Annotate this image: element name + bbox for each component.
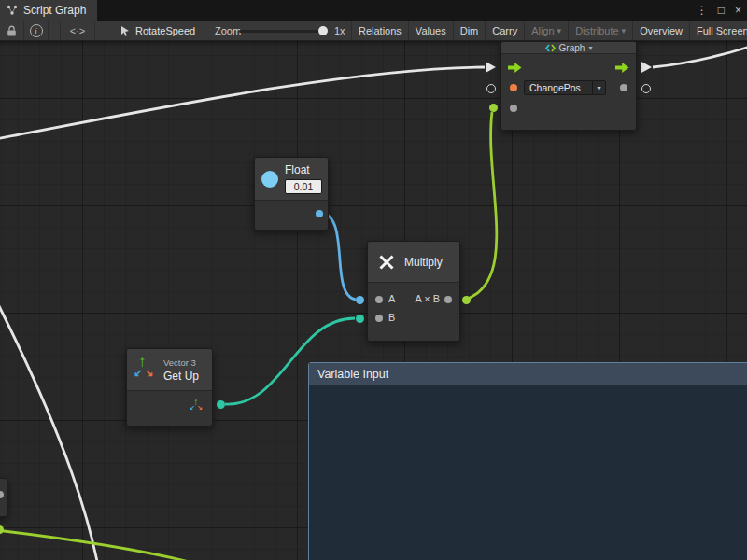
green-wire-endpoint[interactable]: [489, 104, 498, 112]
port-b-label: B: [388, 312, 395, 323]
value-input-port[interactable]: [510, 105, 517, 112]
wire-multiply-to-event: [465, 112, 497, 300]
info-button[interactable]: i: [24, 21, 49, 40]
node-header[interactable]: ↑ ↙ ↘ Vector 3 Get Up: [127, 349, 212, 391]
code-view-button[interactable]: <·>: [60, 21, 95, 40]
align-button[interactable]: Align▾: [524, 21, 568, 40]
close-icon[interactable]: ×: [735, 4, 741, 17]
chevron-down-icon: ▾: [588, 44, 592, 52]
getup-node-title: Get Up: [163, 370, 199, 383]
titlebar: Script Graph ⋮ □ ×: [0, 0, 747, 21]
vector3-port-icon: ↑ ↙ ↘: [190, 399, 204, 413]
chevron-down-icon: ▾: [592, 81, 605, 94]
wire-control-in: [0, 67, 485, 140]
variable-input-panel[interactable]: Variable Input: [308, 362, 747, 560]
value-input-port[interactable]: [510, 84, 517, 91]
node-header[interactable]: Graph ▾: [501, 42, 636, 54]
wire-control-bottom-left: [0, 293, 98, 560]
align-label: Align: [531, 25, 554, 36]
script-graph-icon: [7, 5, 18, 16]
carry-button[interactable]: Carry: [485, 21, 524, 40]
green-wire-endpoint[interactable]: [0, 525, 4, 534]
vector3-icon: ↑ ↙ ↘: [134, 357, 156, 383]
port-result-label: A × B: [415, 293, 440, 304]
zoom-value: 1x: [334, 25, 345, 36]
overview-label: Overview: [640, 25, 683, 36]
port-b[interactable]: [375, 315, 383, 322]
lock-button[interactable]: [0, 21, 24, 40]
node-graph-event[interactable]: Graph ▾ ChangePos ▾: [500, 41, 637, 131]
carry-label: Carry: [492, 25, 517, 36]
value-output-port[interactable]: [620, 84, 627, 91]
node-vector3-get-up[interactable]: ↑ ↙ ↘ Vector 3 Get Up ↑ ↙ ↘: [126, 348, 213, 427]
node-header[interactable]: Float 0.01: [255, 158, 328, 201]
tab-title: Script Graph: [23, 4, 86, 17]
float-node-title: Float: [285, 163, 322, 176]
zoom-slider-track[interactable]: [239, 30, 325, 33]
distribute-label: Distribute: [575, 25, 618, 36]
connection-ring[interactable]: [641, 84, 651, 93]
zoom-slider-handle[interactable]: [318, 26, 328, 35]
float-icon: [261, 171, 278, 188]
multiply-node-title: Multiply: [404, 256, 443, 269]
teal-wire-endpoint[interactable]: [356, 315, 364, 323]
green-wire-endpoint[interactable]: [462, 296, 471, 304]
info-icon: i: [30, 24, 43, 37]
variable-input-title: Variable Input: [317, 368, 388, 381]
graph-asset[interactable]: RotateSpeed: [120, 21, 195, 40]
toolbar-buttons: Relations Values Dim Carry Align▾ Distri…: [351, 21, 747, 40]
variable-input-header[interactable]: Variable Input: [309, 363, 747, 385]
changepos-value: ChangePos: [525, 82, 592, 93]
lock-icon: [7, 25, 17, 37]
tab-script-graph[interactable]: Script Graph: [0, 0, 97, 21]
chevron-down-icon: ▾: [622, 26, 627, 35]
code-icon: <·>: [70, 25, 86, 36]
maximize-icon[interactable]: □: [718, 4, 725, 17]
value-port[interactable]: [0, 491, 4, 498]
menu-icon[interactable]: ⋮: [697, 4, 708, 17]
fullscreen-label: Full Screen: [697, 25, 747, 36]
control-output-port[interactable]: [615, 63, 629, 73]
down-left-arrow-icon: ↙: [134, 367, 142, 379]
zoom-label: Zoom: [215, 25, 241, 36]
script-graph-window: Script Graph ⋮ □ × i <·> RotateSpeed Zoo: [0, 0, 747, 560]
values-label: Values: [416, 25, 446, 36]
graph-node-icon: [545, 44, 556, 52]
connection-ring[interactable]: [486, 84, 496, 93]
relations-label: Relations: [359, 25, 402, 36]
node-multiply[interactable]: Multiply A A × B B: [367, 241, 460, 342]
distribute-button[interactable]: Distribute▾: [568, 21, 632, 40]
blue-wire-endpoint[interactable]: [356, 296, 364, 304]
port-a-label: A: [388, 293, 395, 304]
chevron-down-icon: ▾: [557, 26, 562, 35]
wire-green-bottom-left: [0, 530, 204, 560]
values-button[interactable]: Values: [408, 21, 453, 40]
graph-asset-name: RotateSpeed: [135, 25, 195, 36]
dim-button[interactable]: Dim: [453, 21, 486, 40]
fullscreen-button[interactable]: Full Screen: [689, 21, 747, 40]
event-node-title: Graph: [559, 43, 585, 53]
control-input-port[interactable]: [508, 63, 522, 73]
port-a[interactable]: [375, 296, 383, 303]
dim-label: Dim: [460, 25, 479, 36]
vector3-subtitle: Vector 3: [163, 357, 199, 368]
node-partial-left[interactable]: [0, 478, 7, 517]
graph-asset-icon: [120, 25, 131, 36]
changepos-dropdown[interactable]: ChangePos ▾: [524, 80, 606, 95]
relations-button[interactable]: Relations: [351, 21, 408, 40]
node-header[interactable]: Multiply: [368, 242, 459, 283]
wire-control-out: [653, 46, 747, 67]
wire-arrowhead: [641, 62, 652, 73]
teal-wire-endpoint[interactable]: [217, 400, 225, 409]
graph-toolbar: i <·> RotateSpeed Zoom 1x Relations Valu…: [0, 21, 747, 41]
graph-canvas[interactable]: Variable Input Graph ▾: [0, 41, 747, 560]
zoom-slider[interactable]: [239, 21, 329, 40]
node-float[interactable]: Float 0.01: [254, 157, 329, 231]
window-controls: ⋮ □ ×: [697, 0, 741, 21]
float-value-field[interactable]: 0.01: [285, 179, 322, 194]
multiply-icon: [377, 253, 396, 272]
overview-button[interactable]: Overview: [632, 21, 689, 40]
down-right-arrow-icon: ↘: [145, 367, 153, 379]
port-result[interactable]: [444, 296, 452, 303]
float-output-port[interactable]: [316, 210, 323, 217]
